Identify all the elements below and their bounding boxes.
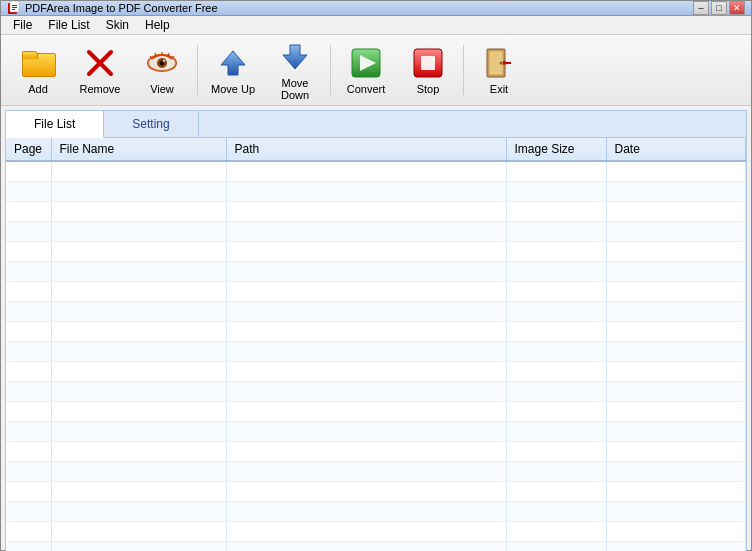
minimize-button[interactable]: – [693, 1, 709, 15]
convert-label: Convert [347, 83, 386, 95]
separator-1 [197, 45, 198, 95]
move-up-button[interactable]: Move Up [204, 39, 262, 101]
table-row[interactable] [6, 221, 746, 241]
file-table: Page File Name Path Image Size Date [6, 138, 746, 551]
table-row[interactable] [6, 461, 746, 481]
table-row[interactable] [6, 161, 746, 181]
folder-icon [22, 47, 54, 79]
table-row[interactable] [6, 201, 746, 221]
exit-icon [483, 47, 515, 79]
table-row[interactable] [6, 421, 746, 441]
table-row[interactable] [6, 501, 746, 521]
remove-label: Remove [80, 83, 121, 95]
view-icon [146, 47, 178, 79]
title-controls: – □ ✕ [693, 1, 745, 15]
menu-help[interactable]: Help [137, 16, 178, 34]
separator-3 [463, 45, 464, 95]
svg-marker-18 [283, 45, 307, 69]
col-header-file-name: File Name [51, 138, 226, 161]
separator-2 [330, 45, 331, 95]
svg-rect-3 [12, 7, 17, 8]
table-row[interactable] [6, 541, 746, 551]
table-row[interactable] [6, 361, 746, 381]
move-down-icon [279, 41, 311, 73]
file-table-container[interactable]: Page File Name Path Image Size Date [6, 138, 746, 551]
menu-skin[interactable]: Skin [98, 16, 137, 34]
table-row[interactable] [6, 261, 746, 281]
menu-file-list[interactable]: File List [40, 16, 97, 34]
remove-icon [84, 47, 116, 79]
title-bar-left: PDFArea Image to PDF Converter Free [7, 1, 218, 15]
col-header-path: Path [226, 138, 506, 161]
exit-label: Exit [490, 83, 508, 95]
menu-file[interactable]: File [5, 16, 40, 34]
remove-button[interactable]: Remove [71, 39, 129, 101]
add-button[interactable]: Add [9, 39, 67, 101]
stop-label: Stop [417, 83, 440, 95]
svg-point-11 [163, 60, 165, 62]
convert-button[interactable]: Convert [337, 39, 395, 101]
close-button[interactable]: ✕ [729, 1, 745, 15]
toolbar: Add Remove [1, 35, 751, 106]
table-row[interactable] [6, 401, 746, 421]
menubar: File File List Skin Help [1, 16, 751, 35]
svg-marker-17 [221, 51, 245, 75]
col-header-date: Date [606, 138, 746, 161]
svg-rect-2 [12, 5, 17, 6]
title-bar: PDFArea Image to PDF Converter Free – □ … [1, 1, 751, 16]
add-label: Add [28, 83, 48, 95]
move-up-label: Move Up [211, 83, 255, 95]
exit-button[interactable]: Exit [470, 39, 528, 101]
table-row[interactable] [6, 301, 746, 321]
table-row[interactable] [6, 321, 746, 341]
col-header-image-size: Image Size [506, 138, 606, 161]
content-area: File List Setting Page File Name Path Im… [5, 110, 747, 551]
svg-point-27 [500, 61, 503, 64]
app-icon [7, 1, 21, 15]
table-row[interactable] [6, 281, 746, 301]
col-header-page: Page [6, 138, 51, 161]
convert-icon [350, 47, 382, 79]
maximize-button[interactable]: □ [711, 1, 727, 15]
view-button[interactable]: View [133, 39, 191, 101]
tab-file-list[interactable]: File List [6, 111, 104, 138]
svg-rect-26 [505, 62, 511, 64]
move-down-button[interactable]: Move Down [266, 39, 324, 101]
table-row[interactable] [6, 381, 746, 401]
table-header-row: Page File Name Path Image Size Date [6, 138, 746, 161]
tab-bar: File List Setting [6, 111, 746, 138]
table-row[interactable] [6, 181, 746, 201]
table-row[interactable] [6, 481, 746, 501]
svg-rect-4 [12, 9, 15, 10]
table-row[interactable] [6, 441, 746, 461]
table-body [6, 161, 746, 551]
table-row[interactable] [6, 521, 746, 541]
main-window: PDFArea Image to PDF Converter Free – □ … [0, 0, 752, 551]
svg-rect-1 [10, 1, 19, 12]
tab-setting[interactable]: Setting [104, 111, 198, 137]
stop-button[interactable]: Stop [399, 39, 457, 101]
table-row[interactable] [6, 241, 746, 261]
view-label: View [150, 83, 174, 95]
table-row[interactable] [6, 341, 746, 361]
stop-icon [412, 47, 444, 79]
move-down-label: Move Down [269, 77, 321, 101]
move-up-icon [217, 47, 249, 79]
svg-rect-22 [421, 56, 435, 70]
window-title: PDFArea Image to PDF Converter Free [25, 2, 218, 14]
